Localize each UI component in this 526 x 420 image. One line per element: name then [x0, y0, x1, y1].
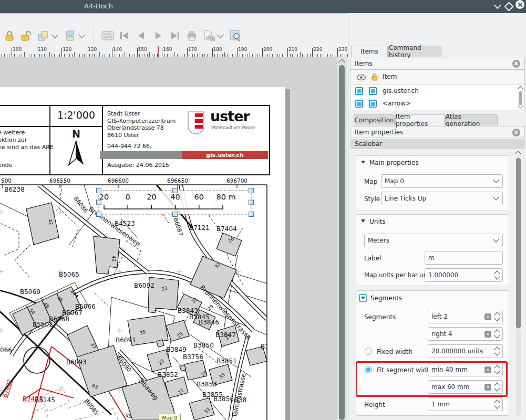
atlas-prev-icon [134, 28, 149, 43]
paper-shadow [285, 89, 290, 420]
uster-shield-icon [188, 111, 204, 134]
close-icon[interactable] [512, 60, 520, 68]
collapse-triangle-icon[interactable] [361, 161, 365, 164]
tab-items[interactable]: Items [351, 46, 388, 57]
chevron-down-icon[interactable] [493, 2, 502, 10]
uster-logo-tagline: Wohnstadt am Wasser [211, 125, 255, 130]
lock-checkbox[interactable] [369, 87, 377, 95]
uster-logo-text: uster [210, 108, 250, 124]
svg-text:B7427: B7427 [1, 379, 13, 398]
height-spinbox[interactable]: 1 mm [428, 397, 503, 411]
visibility-checkbox[interactable] [355, 100, 363, 108]
items-table-scrollbar[interactable] [517, 85, 524, 109]
ruler-number: 200 [263, 47, 272, 52]
svg-text:B5145: B5145 [35, 396, 55, 404]
map-combobox[interactable]: Map 0 [381, 174, 503, 188]
segments-right-spinbox[interactable]: right 4 ✕ [428, 327, 503, 341]
close-icon[interactable] [512, 129, 520, 136]
tab-item-properties[interactable]: Item properties [395, 114, 445, 125]
atlas-settings-icon[interactable] [228, 28, 243, 43]
header-date: Ausgabe: 24.06.2015 [107, 162, 169, 169]
canvas-scrollbar-thumb[interactable] [339, 65, 345, 420]
scalebar-type-label: Scalebar [350, 139, 525, 149]
close-icon[interactable] [515, 0, 524, 9]
export-dropdown-icon[interactable] [217, 32, 224, 38]
padlock-icon [371, 72, 378, 81]
units-combobox[interactable]: Meters [364, 234, 503, 247]
lock-items-icon[interactable] [2, 28, 17, 43]
style-combobox[interactable]: Line Ticks Up [381, 192, 503, 205]
svg-text:B3856: B3856 [213, 395, 234, 403]
scalebar-item[interactable]: 20020406080 m [97, 188, 254, 217]
scroll-up-icon[interactable] [515, 151, 521, 156]
svg-text:B5069: B5069 [20, 288, 40, 296]
map-item[interactable]: B6238B4523B6086BrunnenwiesenwegB6087B712… [0, 177, 285, 420]
svg-text:B3846: B3846 [199, 319, 219, 326]
svg-text:696600: 696600 [108, 177, 129, 184]
atlas-next-icon [151, 28, 166, 43]
segments-group-checkbox[interactable] [359, 294, 367, 302]
header-banner: gis.uster.ch [100, 151, 268, 159]
svg-text:B6085: B6085 [83, 398, 100, 417]
atlas-preview-icon [100, 28, 115, 43]
group-items-icon[interactable] [36, 28, 50, 43]
svg-text:B3756: B3756 [183, 353, 203, 361]
item-row-gisusterch[interactable]: gis.uster.ch [350, 85, 517, 97]
svg-text:B7121: B7121 [189, 224, 210, 232]
svg-text:40: 40 [170, 193, 180, 201]
diamond-icon[interactable] [504, 2, 513, 10]
raise-items-icon[interactable] [63, 28, 77, 43]
scroll-up-icon[interactable] [518, 86, 523, 91]
ruler-number: 180 [213, 47, 222, 52]
ruler-number: 110 [38, 47, 47, 52]
svg-text:20: 20 [147, 193, 156, 201]
ruler-number: 120 [63, 47, 71, 52]
gis-uster-banner: gis.uster.ch [182, 151, 268, 159]
svg-text:29: 29 [207, 303, 214, 311]
panel-scrollbar-thumb[interactable] [516, 158, 521, 328]
composer-canvas[interactable]: e weitere uktion zur ne sind an das ARE … [0, 57, 337, 420]
group-dropdown-icon[interactable] [51, 32, 58, 38]
ruler-position-marker [158, 46, 159, 57]
visibility-checkbox[interactable] [355, 87, 363, 95]
eye-icon [357, 75, 366, 80]
svg-text:B6087: B6087 [172, 217, 184, 237]
svg-text:B7404: B7404 [216, 225, 237, 233]
north-arrow-icon [67, 140, 85, 167]
title-bar: A4-Hoch [0, 0, 526, 14]
scroll-down-icon[interactable] [518, 103, 523, 109]
clear-field-icon[interactable]: ✕ [484, 331, 491, 338]
svg-text:696700: 696700 [226, 177, 247, 184]
fixed-width-spinbox[interactable]: 20.000000 units [428, 344, 503, 358]
items-table-header: Item [350, 70, 524, 85]
chevron-down-icon [493, 236, 499, 242]
panel-scrollbar-track[interactable] [516, 328, 521, 416]
header-left-bottom-text: ende [0, 162, 13, 169]
map-header-box[interactable]: e weitere uktion zur ne sind an das ARE … [0, 105, 270, 175]
svg-text:B3851: B3851 [216, 358, 237, 365]
items-dock-header: Items [350, 58, 525, 69]
svg-text:696550: 696550 [49, 177, 70, 184]
item-row-arrow[interactable]: <arrow> [350, 98, 517, 110]
scroll-up-icon[interactable] [338, 59, 345, 66]
ruler-number: 220 [313, 47, 322, 52]
map-units-per-bar-unit-spinbox[interactable]: 1.000000 [425, 268, 503, 282]
ruler-number: 230 [338, 47, 347, 52]
collapse-triangle-icon[interactable] [361, 219, 365, 223]
svg-text:B3853: B3853 [197, 381, 217, 388]
ruler-number: 130 [88, 47, 97, 52]
tab-composition[interactable]: Composition [354, 114, 395, 125]
fixed-width-radio[interactable] [365, 348, 372, 355]
header-address: Stadt Uster GIS-Kompetenzzentrum Oberlan… [107, 110, 176, 139]
unlock-items-icon[interactable] [19, 28, 34, 43]
canvas-vertical-scrollbar[interactable] [337, 57, 347, 420]
lock-checkbox[interactable] [369, 100, 377, 108]
tab-atlas-generation[interactable]: Atlas generation [445, 114, 498, 125]
print-atlas-icon [184, 28, 199, 43]
tab-command-history[interactable]: Command history [388, 46, 441, 57]
label-input[interactable]: m [425, 251, 503, 265]
clear-field-icon[interactable]: ✕ [484, 313, 491, 320]
header-phone: 044-944 72 66, [107, 143, 151, 150]
raise-dropdown-icon[interactable] [78, 32, 85, 38]
segments-left-spinbox[interactable]: left 2 ✕ [428, 310, 503, 323]
